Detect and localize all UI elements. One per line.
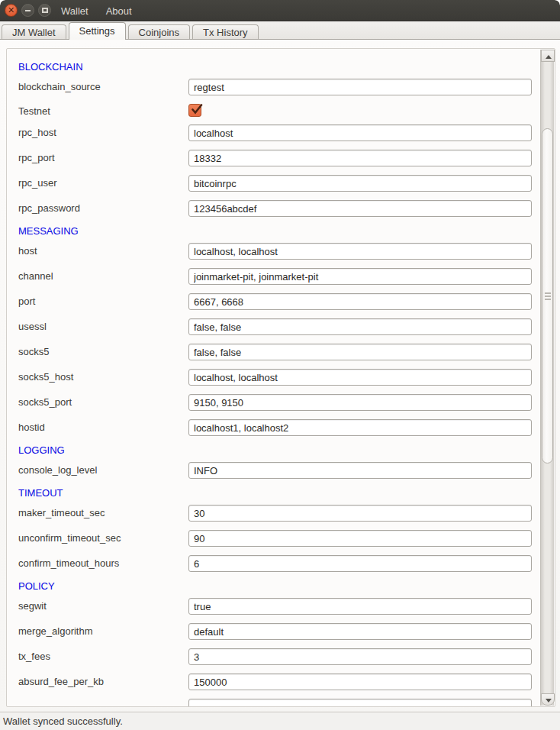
socks5_port-input[interactable] bbox=[188, 394, 532, 411]
field-row: rpc_port bbox=[18, 150, 541, 166]
field-row: blockchain_source bbox=[18, 79, 541, 95]
hostid-input[interactable] bbox=[188, 419, 532, 436]
port-input[interactable] bbox=[188, 293, 532, 310]
section-header-messaging: MESSAGING bbox=[18, 225, 541, 237]
field-label: segwit bbox=[18, 598, 47, 615]
testnet-checkbox[interactable] bbox=[188, 104, 201, 117]
section-header-blockchain: BLOCKCHAIN bbox=[18, 61, 541, 73]
section-header-logging: LOGGING bbox=[18, 444, 541, 457]
field-label: host bbox=[18, 243, 37, 260]
field-row: tx_fees bbox=[18, 648, 541, 665]
field-row: port bbox=[18, 293, 541, 310]
menubar: WalletAbout bbox=[60, 0, 134, 21]
check-icon bbox=[190, 102, 204, 116]
field-row: socks5 bbox=[18, 344, 541, 360]
field-label: maker_timeout_sec bbox=[18, 505, 105, 522]
minimize-icon bbox=[25, 10, 31, 11]
field-row: Testnet bbox=[18, 104, 541, 117]
menu-wallet[interactable]: Wallet bbox=[60, 5, 90, 17]
menu-about[interactable]: About bbox=[105, 5, 134, 17]
field-row: socks5_host bbox=[18, 369, 541, 386]
field-row: console_log_level bbox=[18, 462, 541, 479]
field-label: socks5 bbox=[18, 344, 49, 360]
maker_timeout_sec-input[interactable] bbox=[188, 505, 532, 522]
field-label: Testnet bbox=[18, 105, 50, 118]
tx_fees-input[interactable] bbox=[188, 648, 532, 665]
section-header-policy: POLICY bbox=[18, 580, 541, 593]
settings-form: BLOCKCHAINblockchain_sourceTestnetrpc_ho… bbox=[7, 49, 541, 707]
scroll-down-icon bbox=[546, 699, 552, 703]
tab-settings[interactable]: Settings bbox=[69, 22, 126, 40]
field-row: confirm_timeout_hours bbox=[18, 555, 541, 572]
segwit-input[interactable] bbox=[188, 598, 532, 615]
field-row: hostid bbox=[18, 419, 541, 436]
field-row: channel bbox=[18, 268, 541, 285]
app-window: ✕ WalletAbout JM WalletSettingsCoinjoins… bbox=[0, 0, 560, 730]
vertical-scrollbar[interactable] bbox=[540, 50, 554, 706]
field-label: port bbox=[18, 293, 35, 310]
field-row bbox=[18, 699, 541, 707]
field-label: rpc_password bbox=[18, 200, 80, 217]
field-row: segwit bbox=[18, 598, 541, 615]
tab-jm-wallet[interactable]: JM Wallet bbox=[2, 24, 66, 39]
field-row: socks5_port bbox=[18, 394, 541, 411]
field-row: rpc_host bbox=[18, 124, 541, 141]
status-text: Wallet synced successfully. bbox=[0, 712, 123, 730]
field-label: merge_algorithm bbox=[18, 623, 93, 640]
field-row: rpc_user bbox=[18, 175, 541, 192]
field-row: usessl bbox=[18, 318, 541, 335]
scrollbar-thumb[interactable] bbox=[542, 128, 553, 464]
close-button[interactable]: ✕ bbox=[5, 4, 18, 17]
tab-bar: JM WalletSettingsCoinjoinsTx History bbox=[0, 21, 560, 40]
field-label: tx_fees bbox=[18, 648, 50, 665]
field-label: rpc_host bbox=[18, 124, 56, 141]
absurd_fee_per_kb-input[interactable] bbox=[188, 673, 532, 690]
field-row: rpc_password bbox=[18, 200, 541, 217]
status-bar: Wallet synced successfully. bbox=[0, 712, 560, 730]
tab-tx-history[interactable]: Tx History bbox=[192, 24, 259, 39]
rpc_user-input[interactable] bbox=[188, 175, 532, 192]
socks5_host-input[interactable] bbox=[188, 369, 532, 386]
settings-scroll-area: BLOCKCHAINblockchain_sourceTestnetrpc_ho… bbox=[6, 48, 555, 707]
field-label: usessl bbox=[18, 318, 47, 335]
close-icon: ✕ bbox=[5, 5, 17, 16]
field-label: console_log_level bbox=[18, 462, 97, 479]
field-row: unconfirm_timeout_sec bbox=[18, 530, 541, 547]
maximize-icon bbox=[42, 8, 48, 13]
rpc_password-input[interactable] bbox=[188, 200, 532, 217]
field-label: hostid bbox=[18, 419, 45, 436]
scroll-up-icon bbox=[546, 55, 552, 59]
field-row: absurd_fee_per_kb bbox=[18, 673, 541, 690]
unconfirm_timeout_sec-input[interactable] bbox=[188, 530, 532, 547]
maximize-button[interactable] bbox=[38, 4, 51, 17]
field-label: confirm_timeout_hours bbox=[18, 555, 119, 572]
merge_algorithm-input[interactable] bbox=[188, 623, 532, 640]
field-label: rpc_user bbox=[18, 175, 57, 192]
scroll-down-button[interactable] bbox=[541, 693, 555, 706]
field-label: unconfirm_timeout_sec bbox=[18, 530, 121, 547]
partial-field-input[interactable] bbox=[188, 699, 532, 707]
field-label: absurd_fee_per_kb bbox=[18, 673, 104, 690]
console_log_level-input[interactable] bbox=[188, 462, 532, 479]
field-label: socks5_port bbox=[18, 394, 72, 411]
field-label: blockchain_source bbox=[18, 79, 101, 95]
field-label: rpc_port bbox=[18, 150, 55, 166]
field-label: channel bbox=[18, 268, 53, 285]
section-header-timeout: TIMEOUT bbox=[18, 487, 541, 499]
blockchain_source-input[interactable] bbox=[188, 79, 532, 95]
rpc_port-input[interactable] bbox=[188, 150, 532, 166]
scroll-up-button[interactable] bbox=[541, 50, 555, 62]
host-input[interactable] bbox=[188, 243, 532, 260]
minimize-button[interactable] bbox=[21, 4, 34, 17]
channel-input[interactable] bbox=[188, 268, 532, 285]
field-row: merge_algorithm bbox=[18, 623, 541, 640]
socks5-input[interactable] bbox=[188, 344, 532, 360]
tab-coinjoins[interactable]: Coinjoins bbox=[128, 24, 190, 39]
usessl-input[interactable] bbox=[188, 318, 532, 335]
titlebar: ✕ WalletAbout bbox=[0, 0, 560, 21]
confirm_timeout_hours-input[interactable] bbox=[188, 555, 532, 572]
settings-pane: BLOCKCHAINblockchain_sourceTestnetrpc_ho… bbox=[0, 40, 560, 712]
field-row: host bbox=[18, 243, 541, 260]
rpc_host-input[interactable] bbox=[188, 124, 532, 141]
field-row: maker_timeout_sec bbox=[18, 505, 541, 522]
